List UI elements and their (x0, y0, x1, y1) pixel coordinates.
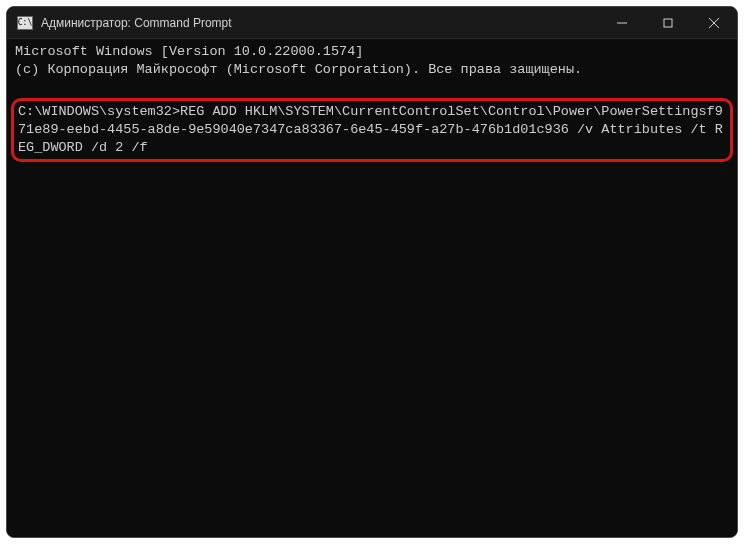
terminal-area[interactable]: Microsoft Windows [Version 10.0.22000.15… (7, 39, 737, 537)
minimize-button[interactable] (599, 7, 645, 38)
close-icon (709, 18, 719, 28)
svg-rect-1 (664, 19, 672, 27)
close-button[interactable] (691, 7, 737, 38)
highlighted-command-box: C:\WINDOWS\system32>REG ADD HKLM\SYSTEM\… (11, 98, 733, 163)
maximize-icon (663, 18, 673, 28)
maximize-button[interactable] (645, 7, 691, 38)
terminal-output-line: (c) Корпорация Майкрософт (Microsoft Cor… (15, 61, 729, 79)
command-line: C:\WINDOWS\system32>REG ADD HKLM\SYSTEM\… (18, 103, 726, 158)
minimize-icon (617, 18, 627, 28)
cmd-icon: C:\ (17, 16, 33, 30)
window-title: Администратор: Command Prompt (41, 16, 599, 30)
terminal-output-line: Microsoft Windows [Version 10.0.22000.15… (15, 43, 729, 61)
window-controls (599, 7, 737, 38)
blank-line (15, 79, 729, 97)
titlebar[interactable]: C:\ Администратор: Command Prompt (7, 7, 737, 39)
command-prompt-window: C:\ Администратор: Command Prompt Micros… (6, 6, 738, 538)
